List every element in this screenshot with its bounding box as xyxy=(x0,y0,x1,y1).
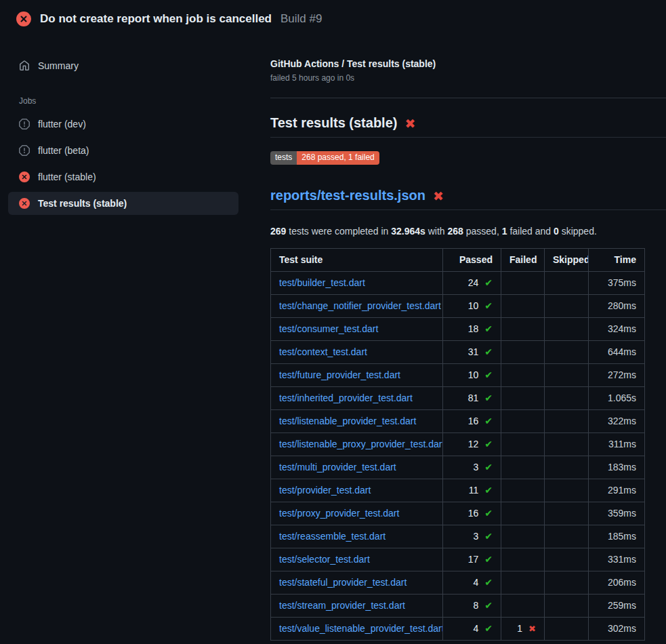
cell-passed: 17✔ xyxy=(443,548,501,571)
cell-skipped xyxy=(545,548,589,571)
cell-passed: 81✔ xyxy=(443,387,501,410)
cell-test-suite: test/context_test.dart xyxy=(271,341,443,364)
check-icon: ✔ xyxy=(484,323,493,334)
table-row: test/stream_provider_test.dart8✔259ms xyxy=(271,595,645,618)
cell-time: 302ms xyxy=(589,618,645,641)
cell-failed xyxy=(501,341,545,364)
cross-mark-icon: ✖ xyxy=(404,117,415,130)
cell-skipped xyxy=(545,272,589,295)
count-value: 8 xyxy=(473,600,481,611)
cell-test-suite: test/stream_provider_test.dart xyxy=(271,595,443,618)
cell-test-suite: test/change_notifier_provider_test.dart xyxy=(271,295,443,318)
section-heading-text: Test results (stable) xyxy=(270,115,397,131)
tests-summary-sentence: 269 tests were completed in 32.964s with… xyxy=(270,226,666,237)
test-suite-link[interactable]: test/value_listenable_provider_test.dart xyxy=(279,623,443,634)
cell-test-suite: test/provider_test.dart xyxy=(271,479,443,502)
cell-passed: 4✔ xyxy=(443,618,501,641)
test-suite-link[interactable]: test/change_notifier_provider_test.dart xyxy=(279,300,441,311)
cell-test-suite: test/value_listenable_provider_test.dart xyxy=(271,618,443,641)
cell-failed: 1✖ xyxy=(501,618,545,641)
cell-test-suite: test/listenable_provider_test.dart xyxy=(271,410,443,433)
failed-status-icon xyxy=(16,12,31,26)
report-file-link[interactable]: reports/test-results.json xyxy=(270,188,425,203)
test-suite-link[interactable]: test/selector_test.dart xyxy=(279,554,370,565)
test-suite-link[interactable]: test/context_test.dart xyxy=(279,346,367,357)
cell-passed: 12✔ xyxy=(443,433,501,456)
table-row: test/multi_provider_test.dart3✔183ms xyxy=(271,456,645,479)
cell-time: 644ms xyxy=(589,341,645,364)
test-suite-link[interactable]: test/future_provider_test.dart xyxy=(279,369,400,380)
badge-label: tests xyxy=(270,151,297,165)
test-suite-link[interactable]: test/reassemble_test.dart xyxy=(279,531,386,542)
test-suite-link[interactable]: test/consumer_test.dart xyxy=(279,323,378,334)
count-value: 16 xyxy=(468,508,482,519)
tests-badge: tests 268 passed, 1 failed xyxy=(270,151,379,165)
cell-passed: 4✔ xyxy=(443,571,501,595)
sidebar-job-item[interactable]: Test results (stable) xyxy=(8,192,238,215)
cell-failed xyxy=(501,479,545,502)
test-suite-link[interactable]: test/provider_test.dart xyxy=(279,485,371,496)
cell-time: 272ms xyxy=(589,364,645,387)
table-row: test/inherited_provider_test.dart81✔1.06… xyxy=(271,387,645,410)
cell-failed xyxy=(501,410,545,433)
cell-test-suite: test/builder_test.dart xyxy=(271,272,443,295)
cell-skipped xyxy=(545,502,589,525)
cell-failed xyxy=(501,456,545,479)
test-suite-link[interactable]: test/listenable_proxy_provider_test.dart xyxy=(279,439,443,449)
test-suite-link[interactable]: test/stateful_provider_test.dart xyxy=(279,577,407,588)
count-value: 3 xyxy=(473,531,481,542)
sidebar-item-summary[interactable]: Summary xyxy=(8,54,238,77)
column-header-failed: Failed xyxy=(501,249,545,272)
test-suite-link[interactable]: test/listenable_provider_test.dart xyxy=(279,416,416,426)
failed-status-icon xyxy=(19,198,30,209)
count-value: 1 xyxy=(517,623,525,634)
test-suite-link[interactable]: test/inherited_provider_test.dart xyxy=(279,393,413,403)
cell-time: 311ms xyxy=(589,433,645,456)
sidebar-job-item[interactable]: flutter (dev) xyxy=(8,113,238,136)
check-icon: ✔ xyxy=(484,393,493,403)
cell-test-suite: test/inherited_provider_test.dart xyxy=(271,387,443,410)
table-row: test/selector_test.dart17✔331ms xyxy=(271,548,645,571)
sidebar-job-item[interactable]: flutter (stable) xyxy=(8,165,238,188)
cell-failed xyxy=(501,571,545,595)
check-icon: ✔ xyxy=(484,577,493,588)
cell-passed: 11✔ xyxy=(443,479,501,502)
cell-test-suite: test/selector_test.dart xyxy=(271,548,443,571)
sidebar: Summary Jobs flutter (dev)flutter (beta)… xyxy=(0,38,254,218)
cell-test-suite: test/stateful_provider_test.dart xyxy=(271,571,443,595)
cell-skipped xyxy=(545,595,589,618)
table-row: test/context_test.dart31✔644ms xyxy=(271,341,645,364)
cell-skipped xyxy=(545,387,589,410)
breadcrumb: GitHub Actions / Test results (stable) xyxy=(270,58,666,69)
summary-text: skipped. xyxy=(559,226,597,237)
count-value: 11 xyxy=(469,485,482,496)
summary-text: tests were completed in xyxy=(286,226,391,237)
test-suite-link[interactable]: test/multi_provider_test.dart xyxy=(279,462,396,472)
job-label: flutter (stable) xyxy=(38,172,96,182)
count-value: 24 xyxy=(468,277,482,288)
summary-number: 269 xyxy=(270,226,286,237)
check-icon: ✔ xyxy=(484,508,493,519)
check-icon: ✔ xyxy=(484,554,493,565)
test-suite-link[interactable]: test/proxy_provider_test.dart xyxy=(279,508,399,519)
summary-number: 32.964s xyxy=(391,226,425,237)
sidebar-job-item[interactable]: flutter (beta) xyxy=(8,139,238,162)
test-suite-link[interactable]: test/builder_test.dart xyxy=(279,277,365,288)
jobs-section-heading: Jobs xyxy=(19,96,254,106)
cell-test-suite: test/reassemble_test.dart xyxy=(271,525,443,548)
failed-status-icon xyxy=(19,172,30,182)
check-icon: ✔ xyxy=(484,600,493,611)
cell-time: 291ms xyxy=(589,479,645,502)
cell-skipped xyxy=(545,571,589,595)
cell-passed: 16✔ xyxy=(443,502,501,525)
check-icon: ✔ xyxy=(484,462,493,472)
page-layout: Summary Jobs flutter (dev)flutter (beta)… xyxy=(0,38,666,641)
count-value: 81 xyxy=(468,393,482,403)
cell-skipped xyxy=(545,295,589,318)
cell-passed: 18✔ xyxy=(443,318,501,341)
test-suite-link[interactable]: test/stream_provider_test.dart xyxy=(279,600,405,611)
count-value: 10 xyxy=(468,300,482,311)
cell-time: 359ms xyxy=(589,502,645,525)
cell-time: 185ms xyxy=(589,525,645,548)
cell-time: 375ms xyxy=(589,272,645,295)
